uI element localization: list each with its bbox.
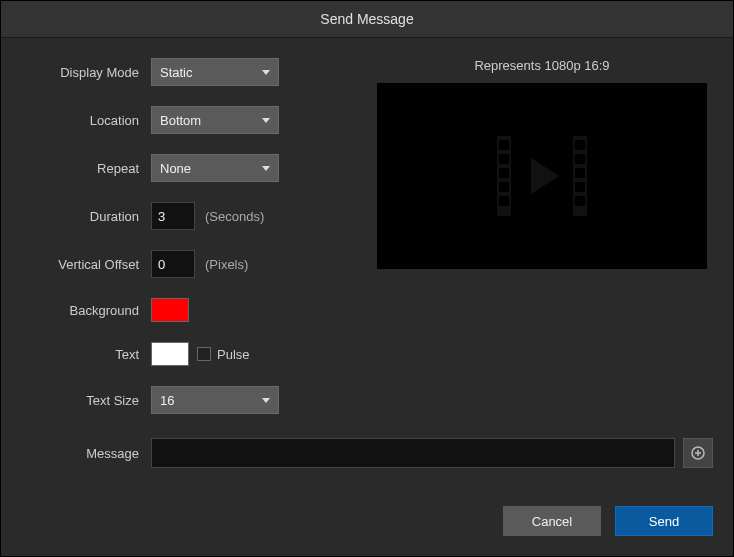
svg-rect-6	[499, 196, 509, 206]
dialog-footer: Cancel Send	[1, 490, 733, 556]
form-column: Display Mode Static Location Bottom Repe…	[21, 58, 351, 434]
dialog-title: Send Message	[1, 1, 733, 38]
svg-rect-2	[499, 140, 509, 150]
chevron-down-icon	[262, 118, 270, 123]
row-text: Text Pulse	[21, 342, 351, 366]
pulse-label: Pulse	[217, 347, 250, 362]
top-area: Display Mode Static Location Bottom Repe…	[21, 58, 713, 434]
display-mode-select[interactable]: Static	[151, 58, 279, 86]
svg-rect-4	[499, 168, 509, 178]
svg-rect-5	[499, 182, 509, 192]
label-duration: Duration	[21, 209, 151, 224]
label-background: Background	[21, 303, 151, 318]
svg-rect-10	[575, 182, 585, 192]
add-message-button[interactable]	[683, 438, 713, 468]
duration-unit: (Seconds)	[205, 209, 264, 224]
display-mode-value: Static	[160, 65, 193, 80]
label-location: Location	[21, 113, 151, 128]
pulse-checkbox[interactable]	[197, 347, 211, 361]
label-vertical-offset: Vertical Offset	[21, 257, 151, 272]
chevron-down-icon	[262, 166, 270, 171]
send-button[interactable]: Send	[615, 506, 713, 536]
vertical-offset-input[interactable]	[151, 250, 195, 278]
text-size-value: 16	[160, 393, 174, 408]
row-vertical-offset: Vertical Offset (Pixels)	[21, 250, 351, 278]
row-background: Background	[21, 298, 351, 322]
duration-input[interactable]	[151, 202, 195, 230]
row-display-mode: Display Mode Static	[21, 58, 351, 86]
plus-circle-icon	[691, 446, 705, 460]
label-message: Message	[21, 446, 151, 461]
repeat-select[interactable]: None	[151, 154, 279, 182]
chevron-down-icon	[262, 70, 270, 75]
preview-box	[377, 83, 707, 269]
message-input[interactable]	[151, 438, 675, 468]
row-text-size: Text Size 16	[21, 386, 351, 414]
dialog-body: Display Mode Static Location Bottom Repe…	[1, 38, 733, 490]
background-color-swatch[interactable]	[151, 298, 189, 322]
text-color-swatch[interactable]	[151, 342, 189, 366]
send-message-dialog: Send Message Display Mode Static Locatio…	[0, 0, 734, 557]
row-location: Location Bottom	[21, 106, 351, 134]
label-text: Text	[21, 347, 151, 362]
chevron-down-icon	[262, 398, 270, 403]
svg-rect-8	[575, 154, 585, 164]
cancel-button[interactable]: Cancel	[503, 506, 601, 536]
svg-rect-3	[499, 154, 509, 164]
vertical-offset-unit: (Pixels)	[205, 257, 248, 272]
preview-caption: Represents 1080p 16:9	[474, 58, 609, 73]
text-size-select[interactable]: 16	[151, 386, 279, 414]
row-repeat: Repeat None	[21, 154, 351, 182]
location-value: Bottom	[160, 113, 201, 128]
svg-marker-12	[531, 158, 559, 194]
preview-column: Represents 1080p 16:9	[371, 58, 713, 434]
svg-rect-11	[575, 196, 585, 206]
svg-rect-7	[575, 140, 585, 150]
label-repeat: Repeat	[21, 161, 151, 176]
label-display-mode: Display Mode	[21, 65, 151, 80]
svg-rect-9	[575, 168, 585, 178]
film-play-icon	[497, 136, 587, 216]
repeat-value: None	[160, 161, 191, 176]
row-message: Message	[21, 438, 713, 468]
row-duration: Duration (Seconds)	[21, 202, 351, 230]
label-text-size: Text Size	[21, 393, 151, 408]
location-select[interactable]: Bottom	[151, 106, 279, 134]
